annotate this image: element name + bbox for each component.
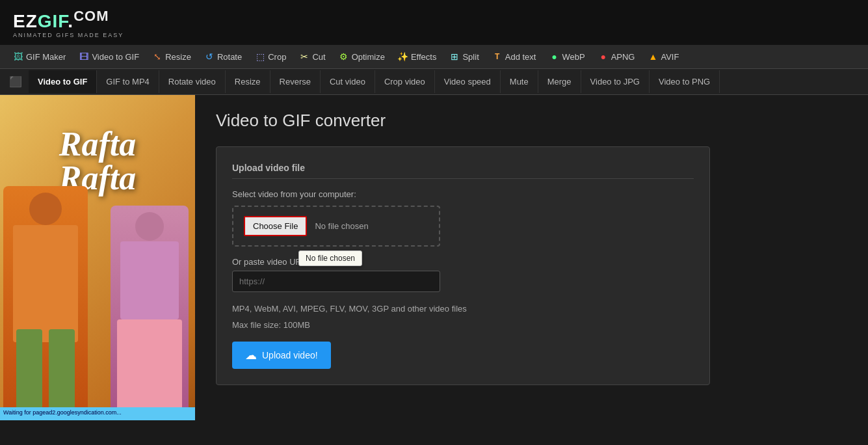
upload-section-title: Upload video file — [232, 163, 694, 179]
ad-sidebar: Ad × RaftaRafta RaftaRafta — [0, 95, 195, 420]
nav-item-avif[interactable]: ▲ AVIF — [641, 45, 685, 68]
content-area: Video to GIF converter Upload video file… — [195, 95, 868, 420]
url-input[interactable] — [232, 271, 440, 292]
nav-label-avif: AVIF — [661, 52, 679, 62]
no-file-chosen-text: No file chosen — [315, 221, 368, 231]
nav-label-rotate: Rotate — [217, 52, 242, 62]
select-from-computer-label: Select video from your computer: — [232, 189, 694, 199]
sub-navigation: ⬛ Video to GIF GIF to MP4 Rotate video R… — [0, 69, 868, 95]
subnav-item-resize[interactable]: Resize — [226, 70, 270, 93]
ad-status-bar: Waiting for pagead2.googlesyndication.co… — [0, 407, 195, 420]
nav-label-effects: Effects — [411, 52, 437, 62]
nav-item-effects[interactable]: ✨ Effects — [391, 45, 443, 68]
avif-icon: ▲ — [648, 51, 658, 62]
nav-label-add-text: Add text — [505, 52, 536, 62]
cut-icon: ✂ — [299, 51, 309, 62]
subnav-item-video-to-jpg[interactable]: Video to JPG — [581, 70, 650, 93]
upload-button-label: Upload video! — [262, 350, 318, 360]
nav-label-apng: APNG — [611, 52, 635, 62]
rotate-icon: ↺ — [204, 51, 215, 62]
choose-file-button[interactable]: Choose File — [244, 216, 307, 236]
gif-maker-icon: 🖼 — [13, 51, 23, 62]
nav-item-optimize[interactable]: ⚙ Optimize — [332, 45, 391, 68]
file-input-area: Choose File No file chosen No file chose… — [232, 206, 440, 247]
nav-label-resize: Resize — [165, 52, 191, 62]
subnav-item-rotate-video[interactable]: Rotate video — [159, 70, 226, 93]
nav-label-crop: Crop — [268, 52, 286, 62]
upload-button[interactable]: ☁ Upload video! — [232, 342, 331, 369]
nav-item-webp[interactable]: ● WebP — [542, 45, 591, 68]
webp-icon: ● — [549, 51, 559, 62]
nav-item-add-text[interactable]: T Add text — [486, 45, 543, 68]
optimize-icon: ⚙ — [339, 51, 349, 62]
effects-icon: ✨ — [398, 51, 408, 62]
subnav-item-crop-video[interactable]: Crop video — [375, 70, 435, 93]
subnav-item-gif-to-mp4[interactable]: GIF to MP4 — [97, 70, 159, 93]
nav-label-cut: Cut — [312, 52, 325, 62]
add-text-icon: T — [492, 51, 503, 62]
logo-text: EZGIF.COM — [13, 9, 124, 31]
page-title: Video to GIF converter — [216, 111, 847, 131]
top-navigation: 🖼 GIF Maker 🎞 Video to GIF ⤡ Resize ↺ Ro… — [0, 45, 868, 69]
video-to-gif-icon: 🎞 — [79, 51, 89, 62]
subnav-item-video-to-png[interactable]: Video to PNG — [650, 70, 720, 93]
nav-label-split: Split — [462, 52, 479, 62]
ad-box: Ad × RaftaRafta RaftaRafta — [0, 95, 195, 420]
nav-item-crop[interactable]: ⬚ Crop — [248, 45, 293, 68]
upload-box: Upload video file Select video from your… — [216, 146, 710, 385]
subnav-item-mute[interactable]: Mute — [501, 70, 538, 93]
max-size-info: Max file size: 100MB — [232, 319, 694, 332]
nav-item-video-to-gif[interactable]: 🎞 Video to GIF — [72, 45, 146, 68]
subnav-item-merge[interactable]: Merge — [538, 70, 581, 93]
nav-label-optimize: Optimize — [352, 52, 385, 62]
apng-icon: ● — [598, 51, 609, 62]
logo: EZGIF.COM ANIMATED GIFS MADE EASY — [13, 9, 124, 38]
nav-item-gif-maker[interactable]: 🖼 GIF Maker — [7, 45, 72, 68]
nav-label-gif-maker: GIF Maker — [26, 52, 66, 62]
site-header: EZGIF.COM ANIMATED GIFS MADE EASY — [0, 0, 868, 45]
ad-bottom-text: Waiting for pagead2.googlesyndication.co… — [3, 409, 122, 416]
nav-item-cut[interactable]: ✂ Cut — [293, 45, 332, 68]
upload-cloud-icon: ☁ — [245, 348, 257, 362]
crop-icon: ⬚ — [255, 51, 265, 62]
split-icon: ⊞ — [449, 51, 460, 62]
subnav-item-cut-video[interactable]: Cut video — [321, 70, 375, 93]
main-content: Ad × RaftaRafta RaftaRafta — [0, 95, 868, 420]
logo-tagline: ANIMATED GIFS MADE EASY — [13, 32, 124, 38]
nav-item-resize[interactable]: ⤡ Resize — [146, 45, 198, 68]
nav-label-webp: WebP — [562, 52, 585, 62]
nav-item-split[interactable]: ⊞ Split — [443, 45, 485, 68]
nav-item-apng[interactable]: ● APNG — [592, 45, 642, 68]
resize-icon: ⤡ — [152, 51, 163, 62]
subnav-item-video-speed[interactable]: Video speed — [435, 70, 501, 93]
nav-label-video-to-gif: Video to GIF — [92, 52, 139, 62]
nav-item-rotate[interactable]: ↺ Rotate — [198, 45, 248, 68]
no-file-tooltip: No file chosen — [298, 250, 362, 266]
subnav-item-video-to-gif[interactable]: Video to GIF — [29, 70, 97, 93]
format-info: MP4, WebM, AVI, MPEG, FLV, MOV, 3GP and … — [232, 303, 694, 316]
film-strip-icon: ⬛ — [3, 69, 29, 94]
subnav-item-reverse[interactable]: Reverse — [270, 70, 321, 93]
